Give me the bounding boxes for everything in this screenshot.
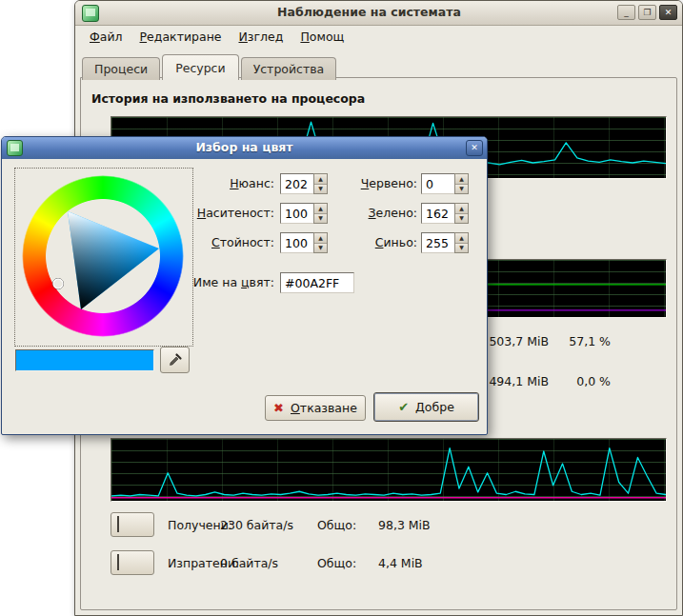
ok-button-label: Добре [415,400,454,414]
memory-used-percent: 57,1 % [544,334,611,348]
hue-spin-down-icon[interactable]: ▼ [314,184,327,194]
sent-color-button[interactable] [110,550,154,575]
green-spinner: ▲ ▼ [421,203,469,224]
blue-spin-down-icon[interactable]: ▼ [455,243,468,253]
eyedropper-button[interactable] [160,347,190,373]
received-total-label: Общо: [317,518,356,532]
close-button[interactable]: ✕ [659,5,677,20]
sent-color-swatch [117,554,119,570]
red-spin-down-icon[interactable]: ▼ [455,184,468,194]
cpu-history-heading: История на използването на процесора [91,91,365,106]
dialog-titlebar[interactable]: Избор на цвят ✕ [2,137,487,159]
system-monitor-icon [82,5,99,22]
cancel-button[interactable]: ✖ Отказване [265,395,366,421]
menu-edit[interactable]: Редактиране [131,26,231,49]
saturation-spinner: ▲ ▼ [280,203,328,224]
hue-spin-up-icon[interactable]: ▲ [314,174,327,184]
menu-help[interactable]: Помощ [291,26,352,49]
blue-label: Синьо: [335,235,417,249]
color-marker[interactable] [53,279,63,288]
window-controls: _ ❐ ✕ [617,5,677,20]
swap-used-percent: 0,0 % [544,374,611,388]
dialog-app-icon [7,140,23,156]
tab-resources[interactable]: Ресурси [162,54,238,80]
green-label: Зелено: [335,206,417,220]
color-picker-dialog: Избор на цвят ✕ [1,136,488,435]
color-name-input[interactable] [280,272,354,293]
blue-spin-up-icon[interactable]: ▲ [455,233,468,243]
received-color-swatch [117,516,119,532]
blue-spinner: ▲ ▼ [421,232,469,253]
received-rate: 230 байта/s [220,518,293,532]
eyedropper-icon [168,352,183,368]
blue-input[interactable] [421,232,454,253]
ok-check-icon: ✔ [398,400,409,414]
value-spin-down-icon[interactable]: ▼ [314,243,327,253]
red-spin-up-icon[interactable]: ▲ [455,174,468,184]
green-spin-down-icon[interactable]: ▼ [455,213,468,224]
saturation-label: Наситеност: [162,206,274,220]
maximize-button[interactable]: ❐ [638,5,656,20]
color-preview [15,349,154,371]
value-spin-up-icon[interactable]: ▲ [314,233,327,243]
green-spin-up-icon[interactable]: ▲ [455,204,468,213]
received-color-button[interactable] [110,512,154,537]
menu-view[interactable]: Изглед [231,26,292,49]
menu-file[interactable]: Файл [81,26,131,49]
saturation-spin-down-icon[interactable]: ▼ [314,213,327,224]
tab-bar: Процеси Ресурси Устройства [82,54,338,80]
cancel-x-icon: ✖ [273,401,284,415]
value-input[interactable] [280,232,313,253]
dialog-close-icon[interactable]: ✕ [466,140,483,156]
red-label: Червено: [335,176,417,190]
desktop: Наблюдение на системата _ ❐ ✕ Файл Редак… [0,0,683,616]
dialog-title: Избор на цвят [40,140,449,154]
value-label: Стойност: [162,235,274,249]
menubar: Файл Редактиране Изглед Помощ [81,26,352,49]
sent-total: 4,4 MiB [378,556,423,570]
sent-rate: 0 байта/s [220,556,278,570]
saturation-input[interactable] [280,203,313,224]
triangle-black-shade [68,211,159,309]
window-title: Наблюдение на системата [132,5,606,19]
red-input[interactable] [421,173,454,194]
tab-processes[interactable]: Процеси [82,57,160,80]
saturation-value-triangle[interactable] [22,175,184,337]
color-wheel-box [14,168,193,347]
sent-total-label: Общо: [317,556,356,570]
cancel-button-label: Отказване [291,401,357,415]
saturation-spin-up-icon[interactable]: ▲ [314,204,327,213]
red-spinner: ▲ ▼ [421,173,469,194]
ok-button[interactable]: ✔ Добре [373,392,479,422]
received-total: 98,3 MiB [378,518,431,532]
color-name-label: Име на цвят: [162,275,274,289]
hue-spinner: ▲ ▼ [280,173,328,194]
tab-devices[interactable]: Устройства [241,57,337,80]
minimize-button[interactable]: _ [617,5,635,20]
hue-label: Нюанс: [162,176,274,190]
hue-input[interactable] [280,173,313,194]
value-spinner: ▲ ▼ [280,232,328,253]
network-history-chart [110,438,667,502]
main-titlebar[interactable]: Наблюдение на системата _ ❐ ✕ [75,1,682,26]
green-input[interactable] [421,203,454,224]
